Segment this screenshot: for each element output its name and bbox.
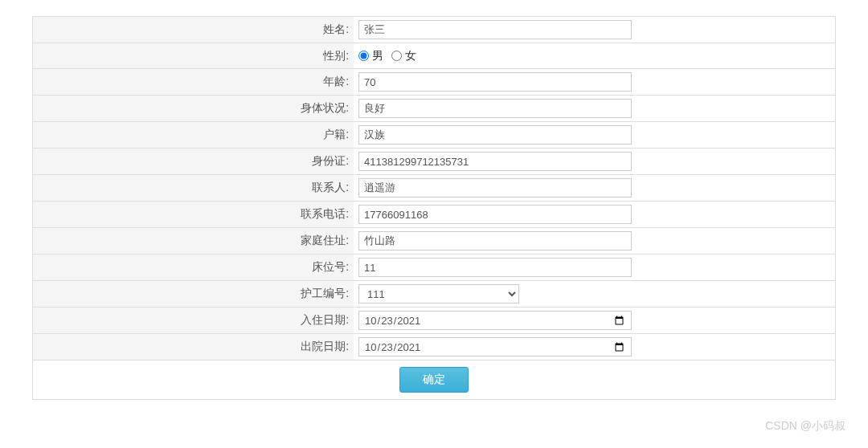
ethnicity-input[interactable] [358, 125, 632, 145]
checkout-label: 出院日期: [33, 334, 354, 360]
gender-female-radio[interactable] [391, 51, 402, 61]
age-label: 年龄: [33, 69, 354, 96]
address-label: 家庭住址: [33, 228, 354, 255]
name-input[interactable] [358, 20, 632, 39]
checkin-input[interactable] [358, 311, 632, 330]
idcard-input[interactable] [358, 152, 632, 171]
health-input[interactable] [358, 99, 632, 118]
contact-label: 联系人: [33, 175, 354, 202]
gender-female-label: 女 [405, 49, 416, 63]
health-label: 身体状况: [33, 96, 354, 122]
checkout-input[interactable] [358, 337, 632, 356]
contact-input[interactable] [358, 178, 632, 198]
nurse-select[interactable]: 111 [358, 284, 519, 303]
bed-label: 床位号: [33, 255, 354, 281]
phone-input[interactable] [358, 205, 632, 224]
gender-radio-group: 男 女 [358, 49, 830, 63]
gender-male-label: 男 [372, 49, 383, 63]
idcard-label: 身份证: [33, 149, 354, 175]
ethnicity-label: 户籍: [33, 122, 354, 149]
gender-male-radio[interactable] [358, 51, 369, 61]
address-input[interactable] [358, 231, 632, 250]
age-input[interactable] [358, 72, 632, 92]
nurse-label: 护工编号: [33, 281, 354, 307]
gender-label: 性别: [33, 43, 354, 69]
checkin-label: 入住日期: [33, 307, 354, 334]
bed-input[interactable] [358, 258, 632, 277]
submit-button[interactable]: 确定 [399, 367, 469, 393]
form-table: 姓名: 性别: 男 女 年龄: 身体状况: 户籍: [32, 16, 836, 400]
phone-label: 联系电话: [33, 202, 354, 228]
name-label: 姓名: [33, 17, 354, 43]
